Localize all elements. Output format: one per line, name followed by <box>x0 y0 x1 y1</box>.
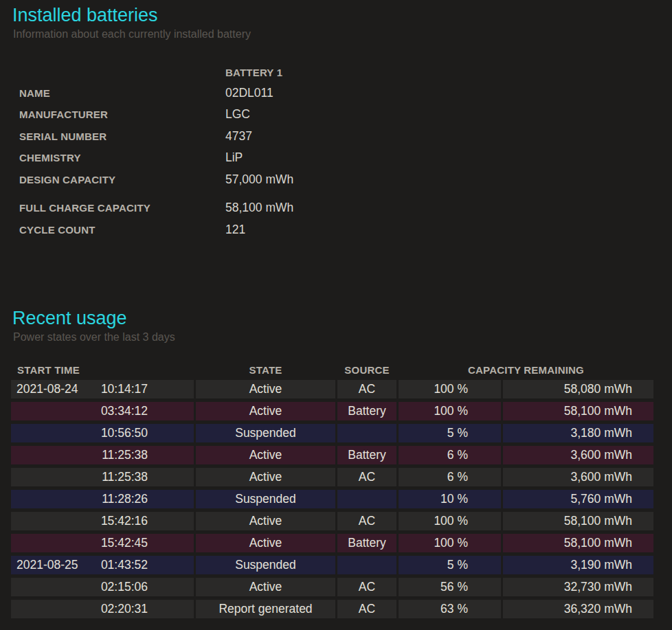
usage-table: START TIME STATE SOURCE CAPACITY REMAINI… <box>11 363 653 618</box>
cell-percent: 6 % <box>399 446 501 464</box>
usage-row: 11:25:38 Active Battery 6 % 3,600 mWh <box>11 446 653 464</box>
cell-source: Battery <box>337 534 396 552</box>
cell-percent: 10 % <box>399 490 501 508</box>
header-capacity-remaining: CAPACITY REMAINING <box>399 364 653 376</box>
info-value: 58,100 mWh <box>225 201 514 215</box>
cell-percent: 100 % <box>399 402 501 420</box>
cell-capacity-mwh: 58,100 mWh <box>503 512 653 530</box>
cell-source <box>337 556 396 574</box>
cell-start-time: 10:56:50 <box>11 424 194 442</box>
usage-row: 10:56:50 Suspended 5 % 3,180 mWh <box>11 424 653 442</box>
start-date: 2021-08-24 <box>11 382 82 396</box>
info-value: LiP <box>225 150 514 165</box>
cell-start-time: 2021-08-25 01:43:52 <box>11 556 194 574</box>
battery-info-header-row: BATTERY 1 <box>19 60 672 82</box>
usage-row: 02:15:06 Active AC 56 % 32,730 mWh <box>11 578 653 596</box>
cell-capacity-mwh: 58,100 mWh <box>503 534 653 552</box>
cell-capacity-mwh: 32,730 mWh <box>503 578 653 596</box>
start-time: 15:42:16 <box>82 514 148 528</box>
info-value: LGC <box>225 107 514 122</box>
cell-start-time: 11:25:38 <box>11 446 194 464</box>
start-time: 11:28:26 <box>82 492 148 506</box>
usage-row: 11:28:26 Suspended 10 % 5,760 mWh <box>11 490 653 508</box>
cell-start-time: 15:42:45 <box>11 534 194 552</box>
start-time: 02:20:31 <box>82 602 148 616</box>
cell-percent: 100 % <box>399 512 501 530</box>
cell-source: AC <box>337 468 396 486</box>
cell-state: Active <box>196 468 335 486</box>
info-row: DESIGN CAPACITY 57,000 mWh <box>19 169 672 191</box>
cell-capacity-mwh: 58,100 mWh <box>503 402 653 420</box>
battery-column-header: BATTERY 1 <box>225 67 514 78</box>
cell-state: Active <box>196 512 335 530</box>
start-time: 11:25:38 <box>82 448 148 462</box>
cell-capacity-mwh: 3,600 mWh <box>503 446 653 464</box>
cell-percent: 56 % <box>399 578 501 596</box>
cell-state: Suspended <box>196 490 335 508</box>
start-time: 03:34:12 <box>82 404 148 418</box>
info-row: NAME 02DL011 <box>19 82 672 104</box>
cell-percent: 63 % <box>399 600 501 618</box>
cell-state: Active <box>196 534 335 552</box>
start-time: 10:14:17 <box>82 382 148 396</box>
cell-source: AC <box>337 380 396 398</box>
info-row: CHEMISTRY LiP <box>19 147 672 169</box>
cell-percent: 100 % <box>399 534 501 552</box>
cell-capacity-mwh: 36,320 mWh <box>503 600 653 618</box>
info-value: 4737 <box>225 129 514 144</box>
start-time: 10:56:50 <box>82 426 148 440</box>
installed-batteries-title: Installed batteries <box>12 4 672 26</box>
cell-capacity-mwh: 3,600 mWh <box>503 468 653 486</box>
cell-state: Suspended <box>196 556 335 574</box>
battery-info-rows-primary: NAME 02DL011 MANUFACTURER LGC SERIAL NUM… <box>19 82 672 191</box>
info-value: 121 <box>225 223 514 237</box>
start-time: 11:25:38 <box>82 470 148 484</box>
info-label: MANUFACTURER <box>19 109 225 120</box>
cell-capacity-mwh: 3,190 mWh <box>503 556 653 574</box>
cell-state: Suspended <box>196 424 335 442</box>
header-source: SOURCE <box>337 364 396 376</box>
cell-source: AC <box>337 512 396 530</box>
info-value: 02DL011 <box>225 86 514 100</box>
usage-row: 15:42:16 Active AC 100 % 58,100 mWh <box>11 512 653 530</box>
cell-start-time: 2021-08-24 10:14:17 <box>11 380 194 398</box>
cell-state: Active <box>196 446 335 464</box>
battery-info-rows-secondary: FULL CHARGE CAPACITY 58,100 mWh CYCLE CO… <box>19 197 672 240</box>
cell-percent: 5 % <box>399 556 501 574</box>
usage-header-row: START TIME STATE SOURCE CAPACITY REMAINI… <box>11 363 653 376</box>
info-label: SERIAL NUMBER <box>19 131 225 142</box>
info-row: FULL CHARGE CAPACITY 58,100 mWh <box>19 197 672 219</box>
cell-state: Report generated <box>196 600 335 618</box>
cell-percent: 5 % <box>399 424 501 442</box>
info-row: SERIAL NUMBER 4737 <box>19 126 672 148</box>
info-label: NAME <box>19 87 225 99</box>
info-label: CHEMISTRY <box>19 152 225 164</box>
usage-row: 11:25:38 Active AC 6 % 3,600 mWh <box>11 468 653 486</box>
info-label: DESIGN CAPACITY <box>19 174 225 185</box>
cell-state: Active <box>196 402 335 420</box>
start-time: 02:15:06 <box>82 580 148 594</box>
info-group-spacer <box>19 190 672 197</box>
start-date: 2021-08-25 <box>11 558 82 572</box>
cell-source: AC <box>337 578 396 596</box>
cell-state: Active <box>196 380 335 398</box>
cell-source <box>337 490 396 508</box>
usage-row: 02:20:31 Report generated AC 63 % 36,320… <box>11 600 653 618</box>
cell-capacity-mwh: 3,180 mWh <box>503 424 653 442</box>
info-label: CYCLE COUNT <box>19 224 225 236</box>
usage-row: 03:34:12 Active Battery 100 % 58,100 mWh <box>11 402 653 420</box>
info-value: 57,000 mWh <box>225 172 514 187</box>
installed-batteries-subtitle: Information about each currently install… <box>13 27 672 41</box>
section-gap <box>0 240 672 307</box>
cell-start-time: 02:20:31 <box>11 600 194 618</box>
cell-capacity-mwh: 58,080 mWh <box>503 380 653 398</box>
recent-usage-title: Recent usage <box>12 307 672 329</box>
cell-capacity-mwh: 5,760 mWh <box>503 490 653 508</box>
cell-start-time: 11:28:26 <box>11 490 194 508</box>
cell-source: Battery <box>337 446 396 464</box>
cell-source <box>337 424 396 442</box>
cell-state: Active <box>196 578 335 596</box>
info-row: MANUFACTURER LGC <box>19 104 672 126</box>
installed-batteries-section: Installed batteries Information about ea… <box>0 0 672 240</box>
cell-start-time: 02:15:06 <box>11 578 194 596</box>
